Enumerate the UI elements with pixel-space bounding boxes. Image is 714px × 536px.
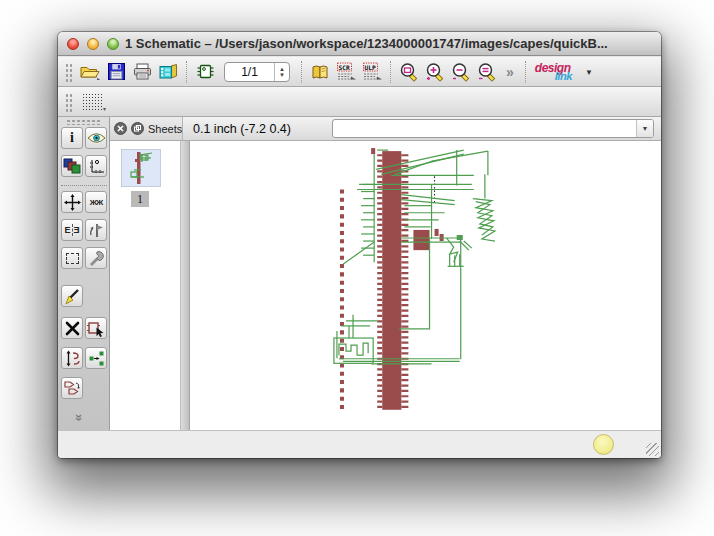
save-button[interactable] xyxy=(103,59,129,85)
add-part-icon xyxy=(87,320,105,337)
zoom-fit-icon xyxy=(399,62,419,82)
tool-mirror-button[interactable]: EƎ xyxy=(61,219,83,241)
designlink-arrow-icon: ▼ xyxy=(585,68,593,77)
sheet-1-item[interactable]: 1 xyxy=(131,191,149,207)
tool-display-button[interactable] xyxy=(61,155,83,177)
tool-show-button[interactable] xyxy=(85,127,107,149)
zoom-select-button[interactable] xyxy=(474,59,500,85)
tool-pinswap-button[interactable] xyxy=(61,347,83,369)
resize-grip[interactable] xyxy=(646,443,659,456)
use-library-button[interactable] xyxy=(307,59,333,85)
main-toolbar: 1/1 ▲ ▼ SCR xyxy=(58,57,661,87)
combo-dropdown-button[interactable]: ▼ xyxy=(636,120,653,137)
workspace-header: Sheets 0.1 inch (-7.2 0.4) ▼ xyxy=(110,117,661,141)
tool-add-button[interactable] xyxy=(85,317,107,339)
panel-splitter[interactable] xyxy=(181,141,190,430)
zoom-in-button[interactable] xyxy=(422,59,448,85)
traffic-lights xyxy=(67,38,119,50)
eye-icon xyxy=(87,132,106,144)
delete-x-icon xyxy=(65,321,80,336)
print-button[interactable] xyxy=(129,59,155,85)
toolbar-overflow-button[interactable]: » xyxy=(506,64,514,80)
tool-group-button[interactable] xyxy=(61,247,83,269)
schematic-window: 1 Schematic – /Users/jason/workspace/123… xyxy=(58,32,661,458)
schematic-canvas[interactable] xyxy=(190,141,661,430)
run-ulp-button[interactable]: ULP xyxy=(359,59,385,85)
close-icon xyxy=(117,125,124,132)
status-bar xyxy=(58,430,661,458)
info-icon: i xyxy=(70,130,74,146)
tool-replace-button[interactable] xyxy=(85,347,107,369)
workspace-body: 1 xyxy=(110,141,661,430)
toolbar-separator xyxy=(186,61,187,83)
tool-copy-button[interactable]: ЖЖ xyxy=(85,191,107,213)
folder-open-icon xyxy=(80,64,100,80)
sheets-panel: 1 xyxy=(110,141,181,430)
toolbar-separator xyxy=(525,61,526,83)
schematic-drawing xyxy=(190,141,661,430)
desktop: 1 Schematic – /Users/jason/workspace/123… xyxy=(0,0,714,536)
cam-film-icon xyxy=(159,64,178,80)
open-button[interactable] xyxy=(77,59,103,85)
designlink-dropdown[interactable]: design link ▼ xyxy=(533,59,585,85)
invoke-gates-icon xyxy=(63,380,81,396)
tool-mark-button[interactable] xyxy=(85,155,107,177)
close-window-button[interactable] xyxy=(67,38,79,50)
tool-change-button[interactable] xyxy=(85,247,107,269)
sheet-page-value: 1/1 xyxy=(225,65,274,79)
toolbar-drag-handle[interactable] xyxy=(65,62,74,82)
script-label: SCR xyxy=(338,64,349,71)
grid-drop-arrow-icon: ▾ xyxy=(103,105,106,112)
run-script-button[interactable]: SCR xyxy=(333,59,359,85)
zoom-window-button[interactable] xyxy=(107,38,119,50)
zoom-out-button[interactable] xyxy=(448,59,474,85)
rotate-icon xyxy=(88,222,105,239)
sheets-close-button[interactable] xyxy=(114,122,127,135)
palette-more-tools-button[interactable]: » xyxy=(72,414,87,421)
tool-move-button[interactable] xyxy=(61,191,83,213)
palette-separator xyxy=(61,185,107,186)
wrench-icon xyxy=(88,250,105,267)
tool-paste-button[interactable] xyxy=(61,285,83,307)
copy-icon: ЖЖ xyxy=(90,198,102,207)
sheet-page-stepper[interactable]: 1/1 ▲ ▼ xyxy=(224,62,290,82)
tool-invoke-button[interactable] xyxy=(61,377,83,399)
sheet-thumbnail-drawing xyxy=(122,150,160,186)
toolbar-drag-handle[interactable] xyxy=(65,92,74,112)
title-bar[interactable]: 1 Schematic – /Users/jason/workspace/123… xyxy=(58,32,661,56)
tool-rotate-button[interactable] xyxy=(85,219,107,241)
toolbar-separator xyxy=(301,61,302,83)
glue-pen-icon xyxy=(64,288,81,305)
switch-to-board-button[interactable] xyxy=(192,59,218,85)
window-title: 1 Schematic – /Users/jason/workspace/123… xyxy=(125,36,608,51)
status-led-indicator xyxy=(593,434,614,455)
chevron-down-icon: ▼ xyxy=(642,125,649,132)
printer-icon xyxy=(133,63,152,80)
tool-palette: i xyxy=(58,117,110,430)
tool-delete-button[interactable] xyxy=(61,317,83,339)
minimize-window-button[interactable] xyxy=(87,38,99,50)
zoom-select-icon xyxy=(477,62,497,82)
sheets-undock-button[interactable] xyxy=(131,122,144,135)
stepper-down-icon[interactable]: ▼ xyxy=(279,72,285,78)
zoom-in-icon xyxy=(425,62,445,82)
palette-drag-handle[interactable] xyxy=(66,119,102,125)
ulp-label: ULP xyxy=(364,64,375,71)
sheets-tab[interactable]: Sheets xyxy=(110,117,183,140)
cam-processor-button[interactable] xyxy=(155,59,181,85)
page-stepper-arrows[interactable]: ▲ ▼ xyxy=(274,63,289,81)
tool-info-button[interactable]: i xyxy=(61,127,83,149)
sheet-thumbnail[interactable] xyxy=(121,149,161,187)
grid-button[interactable]: ▾ xyxy=(77,90,107,114)
move-icon xyxy=(64,194,81,211)
zoom-out-icon xyxy=(451,62,471,82)
command-combobox[interactable]: ▼ xyxy=(332,119,654,138)
board-chip-icon xyxy=(196,63,215,80)
mirror-icon: EƎ xyxy=(64,224,79,236)
grid-icon xyxy=(82,93,103,110)
zoom-fit-button[interactable] xyxy=(396,59,422,85)
sheets-panel-title: Sheets xyxy=(148,123,182,135)
designlink-logo-link: link xyxy=(555,70,572,82)
command-input[interactable] xyxy=(333,120,636,137)
group-select-icon xyxy=(66,253,79,264)
